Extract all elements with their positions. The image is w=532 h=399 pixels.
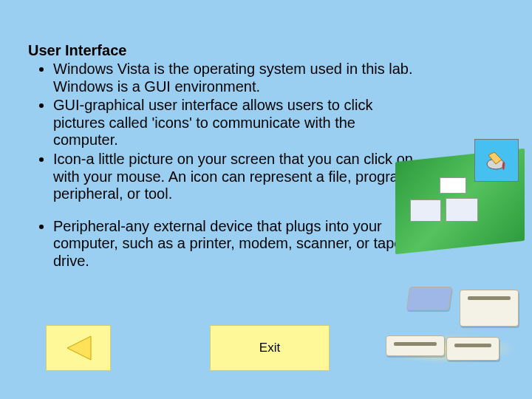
paint-bucket-icon [474,139,519,182]
bullet-item: Windows Vista is the operating system us… [53,61,420,95]
tape-drive-graphic [446,337,499,361]
bullet-item: Icon-a little picture on your screen tha… [53,151,420,203]
exit-button-label: Exit [259,341,280,355]
arrow-left-icon [61,333,95,363]
printer-graphic [460,290,519,327]
peripherals-illustration [375,266,523,369]
window-graphic [440,177,466,194]
content-block: User Interface Windows Vista is the oper… [28,41,420,272]
window-graphic [410,200,441,222]
slide: User Interface Windows Vista is the oper… [0,0,532,399]
back-button[interactable] [46,325,111,371]
bullet-item: Peripheral-any external device that plug… [53,218,420,270]
slide-title: User Interface [28,41,420,59]
bullet-item: GUI-graphical user interface allows user… [53,97,420,149]
window-graphic [446,198,478,222]
scanner-graphic [386,335,445,356]
modem-graphic [406,287,452,310]
svg-marker-1 [67,336,91,360]
bullet-list: Windows Vista is the operating system us… [28,61,420,270]
exit-button[interactable]: Exit [210,325,330,371]
icons-illustration [395,155,525,248]
